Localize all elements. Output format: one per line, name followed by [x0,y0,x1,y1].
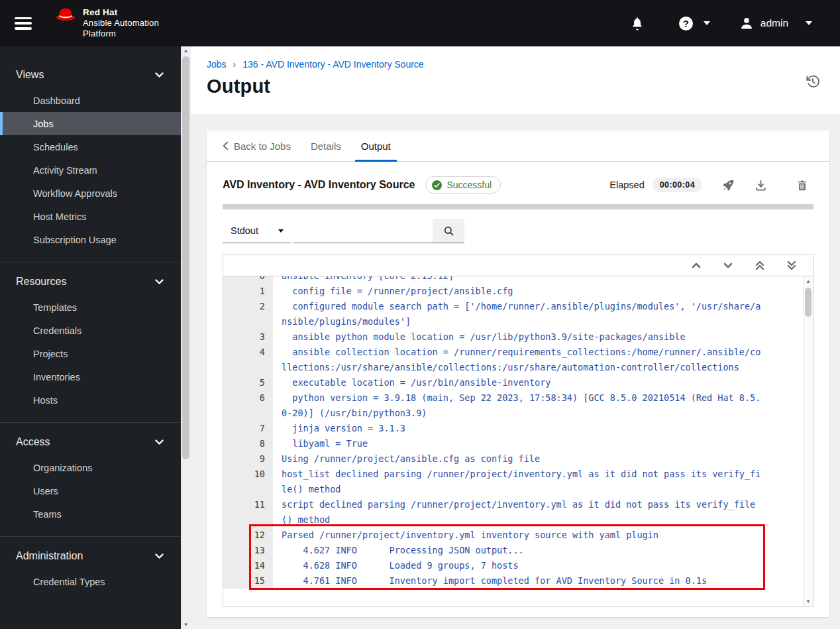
sidebar-item-teams[interactable]: Teams [0,502,181,526]
line-number: 11 [223,497,273,528]
double-chevron-up-icon[interactable] [755,260,764,270]
brand-line3: Platform [83,29,159,39]
breadcrumb-jobs-link[interactable]: Jobs [207,59,227,70]
angle-left-icon [223,141,229,150]
line-text: 4.627 INFO Processing JSON output... [273,543,762,558]
search-icon [443,225,454,237]
log-line: 1 config file = /runner/project/ansible.… [223,284,803,299]
sidebar-nav: Views Dashboard Jobs Schedules Activity … [0,46,181,629]
user-menu[interactable]: admin [739,16,812,30]
navbar-right: admin [630,16,812,31]
chevron-down-icon[interactable] [723,261,733,270]
sidebar-item-organizations[interactable]: Organizations [0,456,181,479]
sidebar-item-host-metrics[interactable]: Host Metrics [0,205,181,228]
job-header: AVD Inventory - AVD Inventory Source Suc… [207,162,829,204]
sidebar-item-inventories[interactable]: Inventories [0,365,181,388]
double-chevron-down-icon[interactable] [787,260,796,270]
sidebar: Views Dashboard Jobs Schedules Activity … [0,46,191,629]
sidebar-item-credentials[interactable]: Credentials [0,319,181,342]
sidebar-item-projects[interactable]: Projects [0,342,181,365]
log-toolbar [223,255,813,276]
content-area: Back to Jobs Details Output AVD Inventor… [191,114,840,629]
brand-line2: Ansible Automation [83,18,159,29]
sidebar-item-workflow-approvals[interactable]: Workflow Approvals [0,182,181,205]
log-scrollbar[interactable]: ▲ ▼ [803,276,813,606]
help-menu[interactable] [679,17,710,30]
log-line: 10host_list declined parsing /runner/pro… [223,467,803,497]
sidebar-item-dashboard[interactable]: Dashboard [0,89,181,112]
log-line: 2 configured module search path = ['/hom… [223,299,803,329]
sidebar-scrollbar-thumb[interactable] [182,56,189,459]
sidebar-item-hosts[interactable]: Hosts [0,388,181,412]
line-number: 0 [223,276,273,284]
line-text: configured module search path = ['/home/… [273,299,762,329]
line-number: 7 [223,421,273,436]
scroll-up-arrow-icon[interactable]: ▲ [804,278,813,284]
line-text: libyaml = True [273,436,762,451]
history-icon[interactable] [806,74,820,89]
relaunch-rocket-icon[interactable] [722,179,735,192]
status-badge: Successful [425,176,501,194]
log-line: 13 4.627 INFO Processing JSON output... [223,543,803,558]
question-circle-icon [679,17,693,30]
search-button[interactable] [433,219,464,243]
search-input[interactable] [293,219,433,243]
log-scrollbar-thumb[interactable] [805,288,812,317]
sidebar-section-label: Access [16,436,50,448]
sidebar-item-subscription-usage[interactable]: Subscription Usage [0,228,181,251]
tab-back-to-jobs[interactable]: Back to Jobs [223,131,291,161]
log-rows: 0ansible-inventory [core 2.15.12]1 confi… [223,276,803,591]
log-line: 5 executable location = /usr/bin/ansible… [223,375,803,390]
breadcrumb-job-link[interactable]: 136 - AVD Inventory - AVD Inventory Sour… [242,59,423,70]
sidebar-section-header[interactable]: Views [0,61,181,89]
log-line: 7 jinja version = 3.1.3 [223,421,803,436]
line-number: 4 [223,345,273,375]
line-text: executable location = /usr/bin/ansible-i… [273,375,762,390]
sidebar-item-jobs[interactable]: Jobs [0,112,181,135]
scroll-down-arrow-icon[interactable]: ▼ [181,622,191,628]
sidebar-section-label: Administration [16,550,83,562]
line-text: 4.761 INFO Inventory import completed fo… [273,573,762,589]
log-line: 9Using /runner/project/ansible.cfg as co… [223,451,803,467]
tab-output[interactable]: Output [361,131,391,161]
sidebar-item-schedules[interactable]: Schedules [0,135,181,158]
main-content: Jobs › 136 - AVD Inventory - AVD Invento… [191,46,840,629]
log-line: 8 libyaml = True [223,436,803,451]
hamburger-icon[interactable] [15,17,32,30]
download-icon[interactable] [755,179,767,192]
scroll-down-arrow-icon[interactable]: ▼ [804,599,813,604]
stdout-filter-select[interactable]: Stdout [223,219,291,243]
notifications-bell-icon[interactable] [630,16,645,31]
breadcrumb: Jobs › 136 - AVD Inventory - AVD Invento… [207,59,824,70]
line-number: 10 [223,467,273,497]
breadcrumb-separator: › [233,59,236,70]
sidebar-section-header[interactable]: Administration [0,542,181,570]
chevron-up-icon[interactable] [692,261,701,270]
scroll-up-arrow-icon[interactable]: ▲ [181,48,191,54]
line-number: 6 [223,390,273,421]
sidebar-item-credential-types[interactable]: Credential Types [0,570,181,593]
tabs: Back to Jobs Details Output [207,131,829,162]
sidebar-section: Access Organizations Users Teams [0,422,181,536]
line-text: 4.628 INFO Loaded 9 groups, 7 hosts [273,558,762,573]
log-line: 4 ansible collection location = /runner/… [223,345,803,375]
log-line: 11script declined parsing /runner/projec… [223,497,803,528]
sidebar-item-users[interactable]: Users [0,479,181,502]
line-text: ansible collection location = /runner/re… [273,345,762,375]
sidebar-section: Resources Templates Credentials Projects… [0,262,181,422]
top-navbar: Red Hat Ansible Automation Platform admi… [0,0,840,46]
trash-icon[interactable] [796,179,808,192]
sidebar-item-activity-stream[interactable]: Activity Stream [0,158,181,182]
sidebar-scrollbar[interactable]: ▲ ▼ [181,46,191,629]
line-number: 13 [223,543,273,558]
sidebar-item-templates[interactable]: Templates [0,296,181,319]
sidebar-section-items: Organizations Users Teams [0,456,181,526]
line-number: 5 [223,375,273,390]
tab-details[interactable]: Details [311,131,341,161]
job-meta: Elapsed 00:00:04 [609,178,808,192]
line-text: config file = /runner/project/ansible.cf… [273,284,762,299]
sidebar-section-header[interactable]: Resources [0,268,181,296]
sidebar-section-header[interactable]: Access [0,428,181,456]
line-number: 3 [223,329,273,345]
redhat-hat-icon [54,7,77,24]
